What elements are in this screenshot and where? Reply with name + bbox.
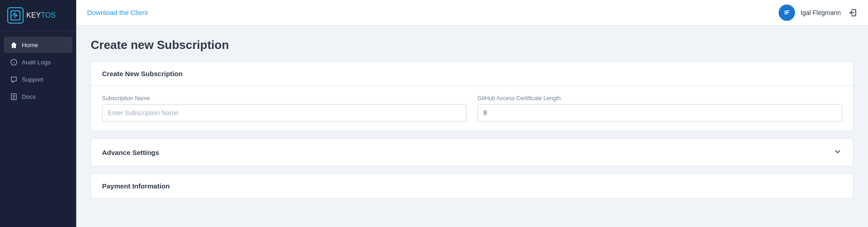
header-right: IF Igal Flegmann [779,5,857,21]
sidebar-item-docs-label: Docs [22,93,36,100]
sidebar-item-support-label: Support [22,76,43,83]
logo-container: KEYTOS [0,0,76,31]
header-left: Download the Client [87,9,148,16]
sidebar-item-support[interactable]: Support [4,71,73,87]
sidebar-item-docs[interactable]: Docs [4,88,73,105]
subscription-name-group: Subscription Name [102,95,467,121]
create-subscription-card-body: Subscription Name GitHub Access Certific… [91,86,853,130]
home-icon [10,41,17,48]
page-title: Create new Subscription [91,38,853,52]
list-icon: i [10,58,17,66]
subscription-name-label: Subscription Name [102,95,467,101]
main-content: Download the Client IF Igal Flegmann Cre… [76,0,868,227]
sidebar-item-audit-logs[interactable]: i Audit Logs [4,54,73,70]
page-content: Create new Subscription Create New Subsc… [76,25,868,227]
github-cert-label: GitHub Access Certificate Length [478,95,842,101]
svg-text:i: i [13,61,14,65]
advance-settings-title: Advance Settings [102,149,159,156]
payment-information-header: Payment Information [91,174,853,198]
sidebar: KEYTOS Home i Audit Logs [0,0,76,227]
create-subscription-card-header: Create New Subscription [91,62,853,86]
sidebar-item-home-label: Home [22,42,38,48]
advance-settings-card: Advance Settings [91,138,853,166]
logo-icon [7,7,24,24]
create-subscription-card: Create New Subscription Subscription Nam… [91,61,853,131]
sidebar-item-audit-logs-label: Audit Logs [22,59,51,66]
github-cert-input[interactable] [478,104,842,121]
logo-tos-part: TOS [41,11,56,19]
header: Download the Client IF Igal Flegmann [76,0,868,25]
subscription-form-row: Subscription Name GitHub Access Certific… [102,95,842,121]
sidebar-nav: Home i Audit Logs Support [0,31,76,110]
docs-icon [10,93,17,100]
sidebar-item-home[interactable]: Home [4,37,73,53]
github-cert-group: GitHub Access Certificate Length [478,95,842,121]
logo-key-part: KEY [26,11,41,19]
chevron-down-icon [833,147,842,158]
logo-text: KEYTOS [26,11,56,19]
download-client-link[interactable]: Download the Client [87,9,148,16]
logout-button[interactable] [848,8,857,17]
user-avatar: IF [779,5,795,21]
message-icon [10,76,17,83]
user-name: Igal Flegmann [800,9,841,16]
subscription-name-input[interactable] [102,104,467,121]
advance-settings-header[interactable]: Advance Settings [91,139,853,166]
payment-information-card: Payment Information [91,174,853,198]
